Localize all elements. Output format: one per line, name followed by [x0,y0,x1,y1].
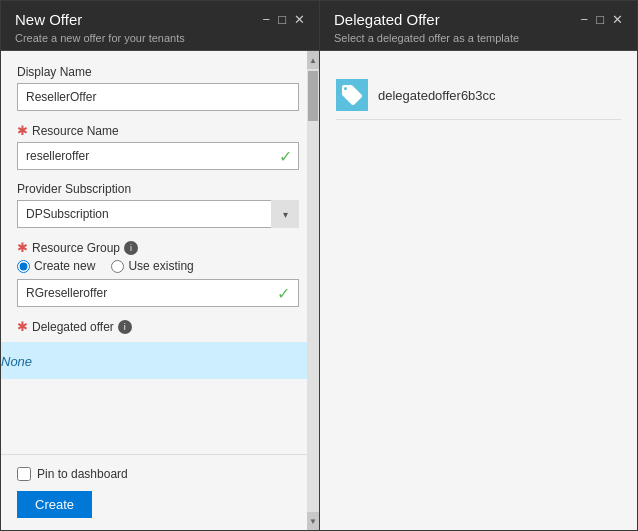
resource-group-input-wrapper[interactable]: ✓ [17,279,299,307]
delegated-offer-section[interactable]: None › [1,342,319,379]
left-content-area: Display Name ✱ Resource Name ✓ [1,51,319,530]
left-window-subtitle: Create a new offer for your tenants [15,32,305,44]
left-window-buttons: − □ ✕ [263,13,305,26]
use-existing-label: Use existing [128,259,193,273]
resource-group-group: ✱ Resource Group i Create new Use existi… [17,240,299,307]
left-close-btn[interactable]: ✕ [294,13,305,26]
delegated-offer-group: ✱ Delegated offer i None › [1,319,315,379]
offer-name: delegatedoffer6b3cc [378,88,496,103]
scroll-up-btn[interactable]: ▲ [307,51,319,69]
offer-icon [336,79,368,111]
resource-name-check-icon: ✓ [279,147,292,166]
create-new-label: Create new [34,259,95,273]
delegated-offer-window: Delegated Offer − □ ✕ Select a delegated… [320,0,638,531]
delegated-offer-required: ✱ [17,319,28,334]
left-window-title: New Offer [15,11,82,28]
resource-group-label: ✱ Resource Group i [17,240,299,255]
resource-group-radio-group: Create new Use existing [17,259,299,273]
resource-group-check-icon: ✓ [277,284,290,303]
right-maximize-btn[interactable]: □ [596,13,604,26]
resource-name-group: ✱ Resource Name ✓ [17,123,299,170]
left-maximize-btn[interactable]: □ [278,13,286,26]
provider-sub-select[interactable]: DPSubscription [17,200,299,228]
right-close-btn[interactable]: ✕ [612,13,623,26]
new-offer-window: New Offer − □ ✕ Create a new offer for y… [0,0,320,531]
resource-name-required: ✱ [17,123,28,138]
resource-group-input[interactable] [26,286,277,300]
display-name-label: Display Name [17,65,299,79]
left-title-bar: New Offer − □ ✕ Create a new offer for y… [1,1,319,51]
right-window-subtitle: Select a delegated offer as a template [334,32,623,44]
right-minimize-btn[interactable]: − [581,13,589,26]
left-scrollable[interactable]: Display Name ✱ Resource Name ✓ [1,51,319,454]
display-name-input-wrapper[interactable] [17,83,299,111]
delegated-offer-label: ✱ Delegated offer i [17,319,299,334]
tag-icon [340,83,364,107]
right-window-title: Delegated Offer [334,11,440,28]
display-name-input[interactable] [26,90,290,104]
right-content: delegatedoffer6b3cc [320,51,637,530]
resource-name-input[interactable] [26,149,290,163]
provider-sub-group: Provider Subscription DPSubscription ▾ [17,182,299,228]
provider-sub-label: Provider Subscription [17,182,299,196]
use-existing-radio-label[interactable]: Use existing [111,259,193,273]
left-minimize-btn[interactable]: − [263,13,271,26]
bottom-area: Pin to dashboard Create [1,454,319,530]
right-title-bar: Delegated Offer − □ ✕ Select a delegated… [320,1,637,51]
offer-list-item[interactable]: delegatedoffer6b3cc [336,71,621,120]
delegated-offer-value: None [1,354,32,369]
scroll-thumb[interactable] [308,71,318,121]
create-button[interactable]: Create [17,491,92,518]
create-new-radio-label[interactable]: Create new [17,259,95,273]
pin-to-dashboard-row: Pin to dashboard [17,467,303,481]
resource-group-required: ✱ [17,240,28,255]
scroll-track: ▲ ▼ [307,51,319,530]
scroll-down-btn[interactable]: ▼ [307,512,319,530]
pin-to-dashboard-checkbox[interactable] [17,467,31,481]
resource-name-label: ✱ Resource Name [17,123,299,138]
resource-group-info-icon[interactable]: i [124,241,138,255]
create-new-radio[interactable] [17,260,30,273]
resource-name-input-wrapper[interactable]: ✓ [17,142,299,170]
right-window-buttons: − □ ✕ [581,13,623,26]
display-name-group: Display Name [17,65,299,111]
provider-sub-select-wrapper: DPSubscription ▾ [17,200,299,228]
use-existing-radio[interactable] [111,260,124,273]
delegated-offer-info-icon[interactable]: i [118,320,132,334]
pin-to-dashboard-label: Pin to dashboard [37,467,128,481]
